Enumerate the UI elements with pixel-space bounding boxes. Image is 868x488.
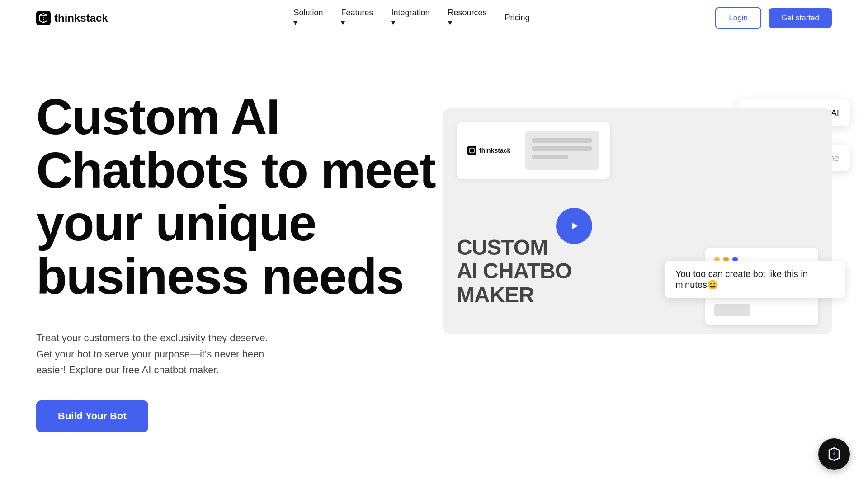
play-icon: [565, 217, 583, 235]
hero-title: Custom AI Chatbots to meet your unique b…: [36, 90, 443, 303]
hero-section: Custom AI Chatbots to meet your unique b…: [0, 36, 868, 470]
demo-hero-heading: CUSTOM AI CHATBO MAKER: [457, 236, 571, 307]
nav-item-features[interactable]: Features ▾: [341, 8, 373, 28]
demo-browser: thinkstack CUSTOM AI CHATBO MAKER: [443, 108, 832, 334]
svg-point-3: [833, 453, 835, 455]
chat-bubble-create: You too can create bot like this in minu…: [665, 261, 845, 298]
demo-text-line: [532, 155, 568, 159]
hero-description: Treat your customers to the exclusivity …: [36, 330, 280, 378]
bot-circle-button[interactable]: [818, 438, 850, 470]
demo-logo: thinkstack: [467, 146, 510, 155]
bot-icon: [826, 446, 843, 463]
hero-left: Custom AI Chatbots to meet your unique b…: [36, 81, 443, 432]
navbar: thinkstack Solution ▾ Features ▾ Integra…: [0, 0, 868, 36]
logo-icon: [36, 11, 51, 25]
brand-name: thinkstack: [54, 12, 108, 24]
nav-links: Solution ▾ Features ▾ Integration ▾ Reso…: [293, 8, 529, 28]
demo-brand-card: thinkstack: [457, 122, 610, 179]
build-bot-button[interactable]: Build Your Bot: [36, 400, 148, 432]
chevron-icon: ▾: [448, 18, 487, 28]
logo[interactable]: thinkstack: [36, 11, 108, 25]
get-started-button[interactable]: Get started: [769, 8, 832, 28]
demo-content-area: [525, 131, 599, 170]
demo-form-submit: [714, 304, 750, 316]
demo-text-line: [532, 138, 592, 143]
nav-item-pricing[interactable]: Pricing: [505, 13, 530, 23]
demo-logo-icon: [467, 146, 476, 155]
login-button[interactable]: Login: [715, 7, 761, 29]
nav-item-solution[interactable]: Solution ▾: [293, 8, 323, 28]
demo-text-line: [532, 146, 592, 151]
demo-hero-text: CUSTOM AI CHATBO MAKER: [457, 236, 571, 307]
nav-actions: Login Get started: [715, 7, 832, 29]
blue-circle-decoration: [556, 208, 592, 244]
hero-right: 👋 Hi! I am thinkstackAI Ask anything abo…: [443, 108, 832, 334]
nav-item-resources[interactable]: Resources ▾: [448, 8, 487, 28]
nav-item-integration[interactable]: Integration ▾: [391, 8, 429, 28]
chevron-icon: ▾: [293, 18, 323, 28]
svg-rect-1: [467, 146, 476, 155]
chevron-icon: ▾: [391, 18, 429, 28]
chevron-icon: ▾: [341, 18, 373, 28]
